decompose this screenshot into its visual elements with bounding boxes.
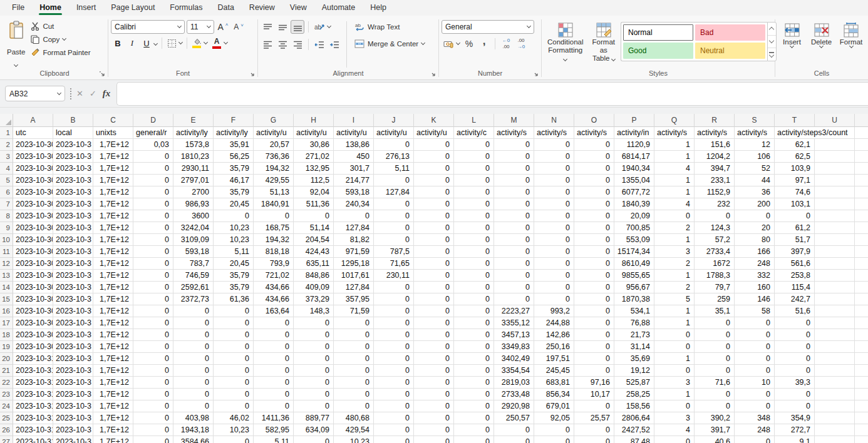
cell-G16[interactable]: 163,64 bbox=[254, 305, 294, 317]
cell-P20[interactable]: 35,69 bbox=[614, 353, 654, 365]
align-bottom-button[interactable] bbox=[291, 20, 304, 34]
cell-J25[interactable]: 0 bbox=[374, 412, 414, 424]
cell-A19[interactable]: 2023-10-30 bbox=[13, 341, 53, 353]
cell-H26[interactable]: 634,09 bbox=[294, 424, 334, 436]
cell-E11[interactable]: 593,18 bbox=[173, 246, 214, 258]
tab-page-layout[interactable]: Page Layout bbox=[104, 1, 162, 15]
cell-I18[interactable]: 0 bbox=[334, 329, 374, 341]
row-header-19[interactable]: 19 bbox=[0, 341, 13, 353]
cell-B2[interactable]: 2023-10-3 bbox=[53, 139, 93, 151]
cell-D17[interactable]: 0 bbox=[133, 317, 173, 329]
cell-B24[interactable]: 2023-10-3 bbox=[53, 400, 93, 412]
cell-E6[interactable]: 2700 bbox=[173, 186, 214, 198]
cell-M14[interactable]: 0 bbox=[494, 282, 534, 293]
cell-N9[interactable]: 0 bbox=[534, 222, 574, 234]
cell-D2[interactable]: 0,03 bbox=[133, 139, 173, 151]
cell-P21[interactable]: 19,12 bbox=[614, 365, 654, 377]
cell-R2[interactable]: 151,6 bbox=[695, 139, 735, 151]
cell-B9[interactable]: 2023-10-3 bbox=[53, 222, 93, 234]
cell-T27[interactable]: 9,1 bbox=[775, 436, 815, 443]
cell-U18[interactable] bbox=[815, 329, 855, 341]
cell-L10[interactable]: 0 bbox=[454, 234, 494, 246]
cell-A11[interactable]: 2023-10-30 bbox=[13, 246, 53, 258]
cut-button[interactable]: Cut bbox=[28, 19, 93, 33]
cell-N13[interactable]: 0 bbox=[534, 270, 574, 282]
cell-J8[interactable]: 0 bbox=[374, 210, 414, 222]
column-header-H[interactable]: H bbox=[294, 114, 334, 127]
cell-K10[interactable]: 0 bbox=[414, 234, 454, 246]
cell-L25[interactable]: 0 bbox=[454, 412, 494, 424]
cell-D1[interactable]: general/r bbox=[133, 127, 173, 139]
borders-button[interactable] bbox=[165, 36, 178, 50]
cell-L15[interactable]: 0 bbox=[454, 293, 494, 305]
cell-I5[interactable]: 214,77 bbox=[334, 175, 374, 186]
tab-home[interactable]: Home bbox=[33, 1, 68, 15]
column-header-D[interactable]: D bbox=[133, 114, 173, 127]
cell-A13[interactable]: 2023-10-30 bbox=[13, 270, 53, 282]
cell-P22[interactable]: 525,87 bbox=[614, 377, 654, 389]
cell-A9[interactable]: 2023-10-30 bbox=[13, 222, 53, 234]
cell-G15[interactable]: 434,66 bbox=[254, 293, 294, 305]
cell-T25[interactable]: 354,9 bbox=[775, 412, 815, 424]
tab-file[interactable]: File bbox=[5, 1, 31, 15]
cell-E14[interactable]: 2592,61 bbox=[173, 282, 214, 293]
cell-K21[interactable]: 0 bbox=[414, 365, 454, 377]
cell-H6[interactable]: 92,04 bbox=[294, 186, 334, 198]
cell-J21[interactable]: 0 bbox=[374, 365, 414, 377]
cell-L5[interactable]: 0 bbox=[454, 175, 494, 186]
cell-E12[interactable]: 783,7 bbox=[173, 258, 214, 270]
row-header-2[interactable]: 2 bbox=[0, 139, 13, 151]
cell-G12[interactable]: 793,9 bbox=[254, 258, 294, 270]
cell-O22[interactable]: 97,16 bbox=[574, 377, 614, 389]
cell-H18[interactable]: 0 bbox=[294, 329, 334, 341]
column-header-Q[interactable]: Q bbox=[654, 114, 695, 127]
cell-D16[interactable]: 0 bbox=[133, 305, 173, 317]
cell-F24[interactable]: 0 bbox=[214, 400, 254, 412]
cell-I4[interactable]: 301,7 bbox=[334, 163, 374, 175]
cell-S21[interactable]: 0 bbox=[735, 365, 775, 377]
cell-C18[interactable]: 1,7E+12 bbox=[93, 329, 133, 341]
cell-E4[interactable]: 2930,11 bbox=[173, 163, 214, 175]
align-right-button[interactable] bbox=[291, 38, 304, 51]
cell-R8[interactable]: 0 bbox=[695, 210, 735, 222]
cell-Q7[interactable]: 4 bbox=[654, 198, 695, 210]
cell-K27[interactable]: 0 bbox=[414, 436, 454, 443]
cell-H21[interactable]: 0 bbox=[294, 365, 334, 377]
cell-U2[interactable] bbox=[815, 139, 855, 151]
tab-insert[interactable]: Insert bbox=[70, 1, 103, 15]
cell-C3[interactable]: 1,7E+12 bbox=[93, 151, 133, 163]
cell-T9[interactable]: 61,2 bbox=[775, 222, 815, 234]
cell-R5[interactable]: 233,1 bbox=[695, 175, 735, 186]
cell-L4[interactable]: 0 bbox=[454, 163, 494, 175]
cell-P10[interactable]: 553,09 bbox=[614, 234, 654, 246]
cell-H3[interactable]: 271,02 bbox=[294, 151, 334, 163]
cell-A26[interactable]: 2023-10-31 bbox=[13, 424, 53, 436]
cell-O8[interactable]: 0 bbox=[574, 210, 614, 222]
cell-K23[interactable]: 0 bbox=[414, 389, 454, 400]
cell-A20[interactable]: 2023-10-31 bbox=[13, 353, 53, 365]
cell-L9[interactable]: 0 bbox=[454, 222, 494, 234]
cell-Q17[interactable]: 1 bbox=[654, 317, 695, 329]
cell-L1[interactable]: activity/c bbox=[454, 127, 494, 139]
cell-C22[interactable]: 1,7E+12 bbox=[93, 377, 133, 389]
cell-I7[interactable]: 240,34 bbox=[334, 198, 374, 210]
cell-P23[interactable]: 258,25 bbox=[614, 389, 654, 400]
cell-U24[interactable] bbox=[815, 400, 855, 412]
cell-B26[interactable]: 2023-10-3 bbox=[53, 424, 93, 436]
cell-J12[interactable]: 71,65 bbox=[374, 258, 414, 270]
cell-O7[interactable]: 0 bbox=[574, 198, 614, 210]
cell-C13[interactable]: 1,7E+12 bbox=[93, 270, 133, 282]
cell-J9[interactable]: 0 bbox=[374, 222, 414, 234]
cell-N4[interactable]: 0 bbox=[534, 163, 574, 175]
font-color-button[interactable]: A bbox=[210, 36, 224, 50]
cell-B14[interactable]: 2023-10-3 bbox=[53, 282, 93, 293]
cell-E27[interactable]: 3584,66 bbox=[173, 436, 214, 443]
cell-Q12[interactable]: 2 bbox=[654, 258, 695, 270]
cell-T7[interactable]: 103,1 bbox=[775, 198, 815, 210]
cell-P18[interactable]: 21,73 bbox=[614, 329, 654, 341]
cell-S8[interactable]: 0 bbox=[735, 210, 775, 222]
format-painter-button[interactable]: Format Painter bbox=[28, 46, 93, 59]
cell-O4[interactable]: 0 bbox=[574, 163, 614, 175]
cell-N3[interactable]: 0 bbox=[534, 151, 574, 163]
cell-T21[interactable]: 0 bbox=[775, 365, 815, 377]
